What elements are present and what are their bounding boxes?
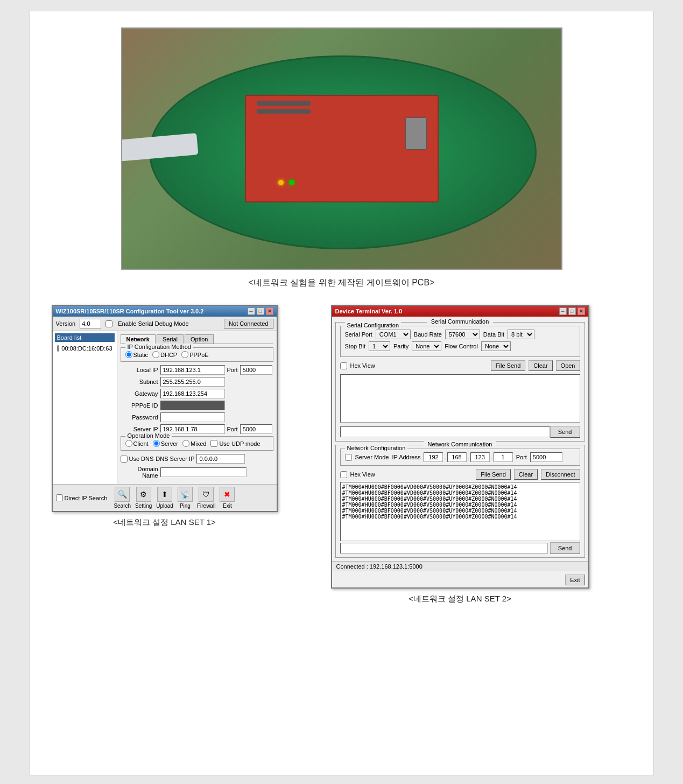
ip-part-1[interactable] xyxy=(424,452,443,462)
mixed-radio-label[interactable]: Mixed xyxy=(182,440,206,447)
serial-config-group: Serial Configuration Serial Port COM1 Ba… xyxy=(340,326,580,357)
serial-file-send-button[interactable]: File Send xyxy=(491,360,525,371)
serial-send-input[interactable] xyxy=(340,426,550,437)
flow-control-select[interactable]: None xyxy=(481,341,511,351)
serial-hex-view-label: Hex View xyxy=(350,362,375,369)
network-send-input[interactable] xyxy=(340,543,548,554)
server-port-input[interactable] xyxy=(240,424,272,434)
direct-ip-search-label[interactable]: Direct IP Search xyxy=(56,494,108,501)
baud-rate-select[interactable]: 57600 xyxy=(445,330,480,339)
search-label: Search xyxy=(114,503,131,509)
data-bit-label: Data Bit xyxy=(483,331,504,338)
ip-part-3[interactable] xyxy=(470,452,490,462)
wiz-sidebar: Board list 00:08:DC:16:0D:63 xyxy=(53,331,117,484)
serial-port-select[interactable]: COM1 xyxy=(376,330,411,339)
pppoe-radio-label[interactable]: PPPoE xyxy=(181,351,208,358)
server-radio[interactable] xyxy=(153,440,160,447)
net-port-input[interactable] xyxy=(530,452,562,462)
password-input[interactable] xyxy=(160,412,225,422)
version-input[interactable] xyxy=(80,319,101,328)
tab-option[interactable]: Option xyxy=(185,334,214,344)
log-line-2: #TM000#HU000#BF0000#VD000#VS0000#UY0000#… xyxy=(342,490,578,496)
dot2: . xyxy=(468,454,469,460)
dns-server-input[interactable] xyxy=(196,454,245,464)
serial-hex-view-checkbox[interactable] xyxy=(340,362,347,369)
tab-network[interactable]: Network xyxy=(121,334,156,344)
serial-open-button[interactable]: Open xyxy=(556,360,580,371)
password-row: Password xyxy=(121,412,273,422)
close-button[interactable]: ✕ xyxy=(266,307,273,315)
domain-name-input[interactable] xyxy=(160,467,247,477)
serial-config-row2: Stop Bit 1 Parity None Flow Control None xyxy=(345,341,575,351)
wiz-title: WIZ100SR/105SR/110SR Configuration Tool … xyxy=(56,308,204,314)
client-radio[interactable] xyxy=(125,440,132,447)
mixed-radio[interactable] xyxy=(182,440,189,447)
log-line-4: #TM000#HU000#BF0000#VD000#VS0000#UY0000#… xyxy=(342,502,578,508)
dhcp-radio[interactable] xyxy=(152,351,159,358)
serial-clear-button[interactable]: Clear xyxy=(529,360,552,371)
board-list-item[interactable]: 00:08:DC:16:0D:63 xyxy=(55,344,115,353)
use-dns-text: Use DNS xyxy=(129,456,154,462)
pppoe-radio[interactable] xyxy=(181,351,188,358)
upload-footer-button[interactable]: ⬆ Upload xyxy=(156,487,173,509)
server-mode-checkbox[interactable] xyxy=(345,454,352,461)
use-dns-label[interactable]: Use DNS xyxy=(121,456,154,463)
dev-titlebar-buttons: ─ □ ✕ xyxy=(559,307,585,315)
data-bit-select[interactable]: 8 bit xyxy=(508,330,534,339)
server-ip-label: Server IP xyxy=(121,426,158,432)
wiz-titlebar: WIZ100SR/105SR/110SR Configuration Tool … xyxy=(53,306,277,317)
parity-select[interactable]: None xyxy=(412,341,441,351)
upload-label: Upload xyxy=(156,503,173,509)
setting-footer-button[interactable]: ⚙ Setting xyxy=(135,487,152,509)
direct-ip-search-checkbox[interactable] xyxy=(56,494,63,501)
exit-footer-button[interactable]: ✖ Exit xyxy=(220,487,235,509)
pppoe-id-label: PPPoE ID xyxy=(121,402,158,409)
static-radio-label[interactable]: Static xyxy=(125,351,149,358)
exit-label: Exit xyxy=(223,503,232,509)
client-radio-label[interactable]: Client xyxy=(125,440,149,447)
use-dns-checkbox[interactable] xyxy=(121,456,128,463)
tab-serial[interactable]: Serial xyxy=(157,334,184,344)
local-ip-input[interactable] xyxy=(160,365,225,375)
ip-part-4[interactable] xyxy=(494,452,513,462)
dev-restore-button[interactable]: □ xyxy=(568,307,576,315)
ping-footer-button[interactable]: 📡 Ping xyxy=(178,487,193,509)
dev-close-button[interactable]: ✕ xyxy=(578,307,585,315)
udp-mode-label[interactable]: Use UDP mode xyxy=(210,440,260,447)
enable-serial-debug-checkbox[interactable] xyxy=(105,320,112,327)
ip-part-2[interactable] xyxy=(447,452,467,462)
network-hex-row: Hex View File Send Clear Disconnect xyxy=(340,469,580,480)
net-clear-button[interactable]: Clear xyxy=(514,469,538,480)
stop-bit-select[interactable]: 1 xyxy=(369,341,390,351)
dhcp-radio-label[interactable]: DHCP xyxy=(152,351,177,358)
board-icon xyxy=(57,345,60,352)
net-hex-view-checkbox[interactable] xyxy=(340,471,347,478)
pcb-caption: <네트워크 실험을 위한 제작된 게이트웨이 PCB> xyxy=(249,277,435,289)
serial-text-area[interactable] xyxy=(340,374,580,423)
wiz-window: WIZ100SR/105SR/110SR Configuration Tool … xyxy=(52,305,278,512)
udp-mode-checkbox[interactable] xyxy=(210,440,217,447)
network-send-button[interactable]: Send xyxy=(550,542,580,554)
exit-button[interactable]: Exit xyxy=(565,575,585,585)
firewall-footer-button[interactable]: 🛡 Firewall xyxy=(197,487,215,509)
port-input[interactable] xyxy=(240,365,272,375)
bottom-section: WIZ100SR/105SR/110SR Configuration Tool … xyxy=(52,305,632,604)
serial-send-button[interactable]: Send xyxy=(550,426,580,438)
pppoe-id-input[interactable] xyxy=(160,401,225,410)
server-radio-label[interactable]: Server xyxy=(153,440,178,447)
dev-minimize-button[interactable]: ─ xyxy=(559,307,567,315)
dot1: . xyxy=(444,454,446,460)
minimize-button[interactable]: ─ xyxy=(248,307,255,315)
upload-icon: ⬆ xyxy=(157,487,172,502)
enable-serial-debug-label: Enable Serial Debug Mode xyxy=(118,320,188,327)
direct-ip-search-text: Direct IP Search xyxy=(65,495,108,501)
static-radio[interactable] xyxy=(125,351,132,358)
restore-button[interactable]: □ xyxy=(257,307,264,315)
net-disconnect-button[interactable]: Disconnect xyxy=(541,469,580,480)
subnet-input[interactable] xyxy=(160,377,225,387)
pcb-image-section: <네트워크 실험을 위한 제작된 게이트웨이 PCB> xyxy=(52,27,632,289)
gateway-input[interactable] xyxy=(160,389,225,398)
net-file-send-button[interactable]: File Send xyxy=(476,469,510,480)
not-connected-button[interactable]: Not Connected xyxy=(224,319,273,328)
search-footer-button[interactable]: 🔍 Search xyxy=(114,487,131,509)
